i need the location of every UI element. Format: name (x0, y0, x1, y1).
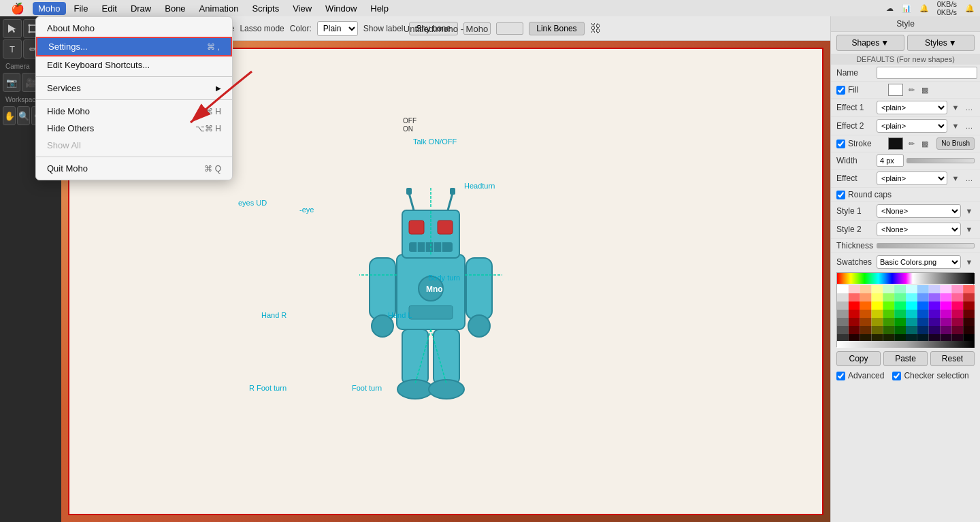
stroke-eyedropper-icon[interactable]: ✏ (906, 138, 917, 149)
effect1-label: Effect 1 (836, 103, 874, 112)
link-bones-btn[interactable]: Link Bones (529, 22, 584, 35)
stroke-row: Stroke ✏ ▩ No Brush (831, 135, 980, 152)
style1-select[interactable]: <None> (877, 204, 961, 218)
fill-color-box[interactable] (888, 84, 903, 96)
svg-line-11 (448, 193, 453, 210)
dropdown-edit-shortcuts[interactable]: Edit Keyboard Shortcuts... (36, 56, 232, 74)
stroke-color-box[interactable] (888, 137, 903, 150)
shapes-btn[interactable]: Shapes ▼ (836, 35, 904, 51)
checker-checkbox[interactable] (892, 372, 901, 380)
effect2-dropdown-icon[interactable]: ▼ (950, 120, 961, 131)
color-select[interactable]: Plain (317, 21, 358, 36)
edit-shortcuts-label: Edit Keyboard Shortcuts... (47, 60, 150, 70)
name-input[interactable] (877, 67, 977, 79)
menubar-view[interactable]: View (287, 2, 317, 15)
menubar-window[interactable]: Window (320, 2, 362, 15)
swatches-label: Swatches (836, 257, 874, 267)
styles-btn[interactable]: Styles ▼ (907, 35, 975, 51)
swatches-select[interactable]: Basic Colors.png (877, 255, 961, 269)
menubar-bone[interactable]: Bone (159, 2, 191, 15)
eye-label: -eye (299, 206, 314, 214)
tool-select[interactable] (3, 19, 22, 38)
effect-select[interactable]: <plain> (877, 172, 947, 185)
effect2-select[interactable]: <plain> (877, 119, 947, 133)
chart-icon[interactable]: 📊 (902, 4, 911, 13)
shy-bone-btn[interactable]: Shy bone (409, 22, 459, 35)
notification-icon[interactable]: 🔔 (965, 4, 975, 13)
dropdown-separator-2 (36, 99, 232, 100)
dropdown-services[interactable]: Services ▶ (36, 80, 232, 97)
fill-checkbox[interactable] (836, 86, 845, 95)
effect-more-icon[interactable]: … (964, 173, 975, 184)
name-label: Name (836, 68, 874, 78)
stroke-checkbox[interactable] (836, 140, 845, 148)
round-caps-row: Round caps (831, 188, 980, 202)
color-palette[interactable] (836, 272, 974, 347)
cloud-icon[interactable]: ☁ (886, 4, 894, 13)
menubar-animation[interactable]: Animation (194, 2, 244, 15)
effect1-more-icon[interactable]: … (964, 102, 975, 113)
round-caps-checkbox[interactable] (836, 191, 845, 199)
menubar-right: ☁ 📊 🔔 0KB/s0KB/s 🔔 (886, 0, 975, 16)
menubar: 🍎 Moho File Edit Draw Bone Animation Scr… (0, 0, 980, 16)
fill-label: Fill (848, 85, 885, 95)
dropdown-quit-moho[interactable]: Quit Moho ⌘ Q (36, 160, 232, 177)
svg-rect-14 (438, 221, 453, 234)
copy-btn[interactable]: Copy (836, 351, 881, 366)
tool-zoom[interactable]: 🔍 (17, 106, 30, 125)
style2-dropdown-icon[interactable]: ▼ (964, 224, 975, 235)
menubar-scripts[interactable]: Scripts (246, 2, 284, 15)
svg-line-9 (409, 193, 414, 210)
link-bones-icon[interactable]: ⛓ (590, 22, 601, 35)
show-all-label: Show All (47, 140, 81, 150)
svg-rect-21 (466, 258, 492, 319)
menubar-moho[interactable]: Moho (33, 2, 66, 15)
bell-icon[interactable]: 🔔 (919, 4, 929, 13)
menubar-file[interactable]: File (69, 2, 94, 15)
style1-dropdown-icon[interactable]: ▼ (964, 206, 975, 216)
dropdown-settings[interactable]: Settings... ⌘ , (36, 37, 232, 56)
name-row: Name (831, 65, 980, 82)
swatches-dropdown-icon[interactable]: ▼ (964, 257, 975, 267)
services-label: Services (47, 83, 81, 93)
checker-label: Checker selection (904, 371, 968, 380)
swatches-row: Swatches Basic Colors.png ▼ (831, 253, 980, 271)
dropdown-hide-others[interactable]: Hide Others ⌥⌘ H (36, 120, 232, 137)
settings-label: Settings... (48, 42, 88, 52)
effect1-select[interactable]: <plain> (877, 101, 947, 114)
effect1-dropdown-icon[interactable]: ▼ (950, 102, 961, 113)
stroke-options-icon[interactable]: ▩ (919, 138, 930, 149)
reset-btn[interactable]: Reset (930, 351, 975, 366)
svg-point-23 (468, 315, 490, 337)
about-moho-label: About Moho (47, 23, 95, 33)
paste-btn[interactable]: Paste (883, 351, 928, 366)
tool-camera-1[interactable]: 📷 (3, 73, 20, 92)
defaults-label: DEFAULTS (For new shapes) (831, 54, 980, 65)
fill-eyedropper-icon[interactable]: ✏ (906, 84, 917, 95)
width-input[interactable] (877, 154, 904, 167)
svg-text:Mno: Mno (426, 284, 443, 294)
apple-menu-icon[interactable]: 🍎 (5, 2, 30, 15)
effect-row: Effect <plain> ▼ … (831, 169, 980, 188)
headturn-label: Headturn (464, 182, 495, 190)
menubar-edit[interactable]: Edit (96, 2, 122, 15)
tool-hand[interactable]: ✋ (3, 106, 16, 125)
bone-icon-2 (496, 22, 523, 35)
menubar-help[interactable]: Help (365, 2, 394, 15)
dropdown-hide-moho[interactable]: Hide Moho ⌘ H (36, 103, 232, 120)
thickness-slider[interactable] (877, 243, 975, 248)
round-caps-label: Round caps (848, 190, 892, 199)
advanced-checkbox[interactable] (836, 372, 845, 380)
svg-marker-1 (8, 25, 16, 33)
body-turn-label: Body turn (428, 274, 460, 282)
dropdown-about-moho[interactable]: About Moho (36, 20, 232, 37)
effect2-label: Effect 2 (836, 121, 874, 131)
no-brush-btn[interactable]: No Brush (936, 137, 975, 150)
effect-dropdown-icon[interactable]: ▼ (950, 173, 961, 184)
menubar-draw[interactable]: Draw (125, 2, 157, 15)
tool-text[interactable]: T (3, 39, 22, 59)
effect2-more-icon[interactable]: … (964, 120, 975, 131)
color-canvas[interactable] (837, 273, 975, 348)
fill-options-icon[interactable]: ▩ (919, 84, 930, 95)
style2-select[interactable]: <None> (877, 223, 961, 236)
